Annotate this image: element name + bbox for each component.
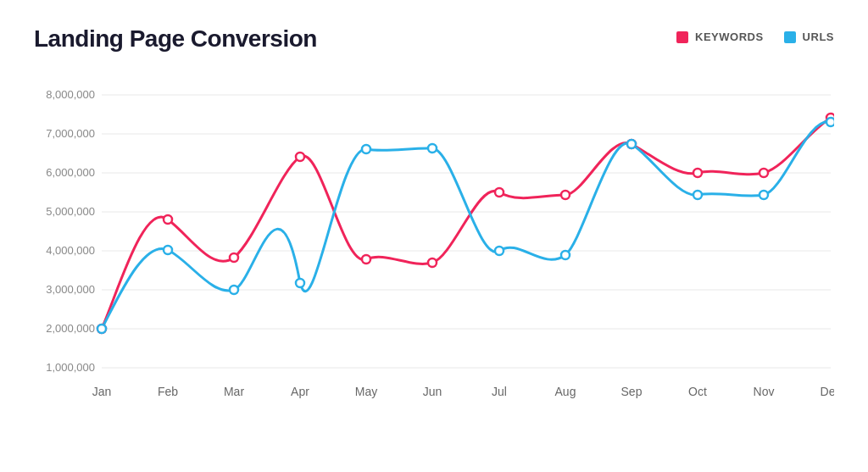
legend: KEYWORDS URLS: [676, 31, 834, 43]
svg-point-37: [693, 169, 702, 177]
svg-point-31: [296, 153, 304, 161]
svg-text:8,000,000: 8,000,000: [46, 88, 95, 101]
svg-text:May: May: [355, 385, 377, 398]
urls-label: URLS: [803, 31, 834, 43]
urls-dot: [784, 31, 796, 43]
svg-point-46: [495, 247, 504, 255]
svg-point-42: [230, 286, 238, 294]
keywords-label: KEYWORDS: [695, 31, 764, 43]
svg-text:Mar: Mar: [224, 385, 244, 398]
svg-text:4,000,000: 4,000,000: [46, 244, 95, 257]
svg-text:7,000,000: 7,000,000: [46, 127, 95, 140]
svg-point-35: [561, 191, 570, 199]
svg-text:1,000,000: 1,000,000: [46, 361, 95, 374]
svg-point-32: [362, 255, 370, 264]
svg-point-50: [760, 191, 768, 199]
chart-container: Landing Page Conversion KEYWORDS URLS: [0, 0, 868, 472]
svg-text:5,000,000: 5,000,000: [46, 205, 95, 218]
svg-text:Jun: Jun: [423, 385, 442, 398]
line-chart: 8,000,000 7,000,000 6,000,000 5,000,000 …: [34, 69, 834, 434]
svg-text:Feb: Feb: [158, 385, 178, 398]
svg-point-40: [97, 325, 106, 333]
svg-text:Apr: Apr: [291, 385, 309, 398]
svg-point-34: [495, 188, 504, 197]
svg-point-38: [760, 169, 768, 177]
svg-point-41: [164, 246, 172, 254]
svg-point-45: [428, 144, 437, 153]
svg-text:Jul: Jul: [492, 385, 507, 398]
svg-text:Jan: Jan: [92, 385, 112, 398]
chart-area: 8,000,000 7,000,000 6,000,000 5,000,000 …: [34, 69, 834, 434]
legend-urls: URLS: [784, 31, 834, 43]
svg-point-43: [296, 279, 304, 287]
chart-header: Landing Page Conversion KEYWORDS URLS: [34, 25, 834, 53]
svg-text:Sep: Sep: [621, 385, 643, 398]
svg-point-49: [693, 191, 702, 199]
svg-point-44: [362, 145, 370, 153]
keywords-dot: [676, 31, 688, 43]
svg-point-29: [164, 215, 172, 224]
svg-point-30: [230, 253, 238, 262]
legend-keywords: KEYWORDS: [676, 31, 764, 43]
svg-text:2,000,000: 2,000,000: [46, 322, 95, 335]
svg-point-51: [826, 118, 834, 126]
svg-point-33: [428, 258, 437, 267]
svg-text:6,000,000: 6,000,000: [46, 166, 95, 179]
svg-point-48: [627, 140, 636, 148]
svg-text:Dec: Dec: [821, 385, 834, 398]
svg-text:Oct: Oct: [688, 385, 707, 398]
chart-title: Landing Page Conversion: [34, 25, 317, 53]
svg-text:3,000,000: 3,000,000: [46, 283, 95, 296]
svg-point-47: [561, 251, 570, 259]
svg-text:Aug: Aug: [555, 385, 576, 398]
svg-text:Nov: Nov: [754, 385, 775, 398]
